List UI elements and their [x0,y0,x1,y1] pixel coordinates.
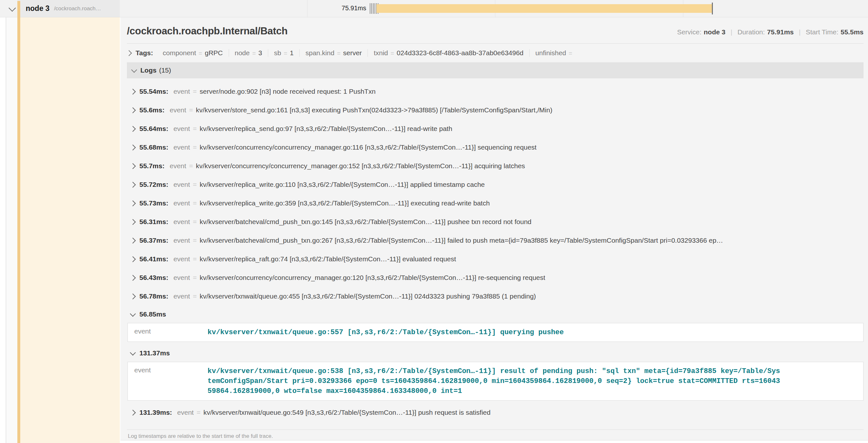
chevron-right-icon[interactable] [130,238,135,243]
chevron-down-icon[interactable] [130,349,135,355]
log-field-key: event [128,366,208,396]
chevron-right-icon[interactable] [130,256,135,262]
duration-label: Duration: [738,28,765,36]
chevron-right-icon[interactable] [130,182,135,188]
tag-item: txnid=024d3323-6c8f-4863-aa8b-37ab0e6349… [368,49,529,57]
log-field-value: kv/kvserver/txnwait/queue.go:557 [n3,s3,… [208,328,564,337]
chevron-right-icon[interactable] [130,107,135,113]
tag-value: 1 [290,49,293,57]
span-duration-bar[interactable] [376,4,712,13]
equals-sign: = [252,50,256,57]
log-entry-row[interactable]: 55.64ms:event=kv/kvserver/replica_send.g… [127,120,864,138]
tags-list: component=gRPCnode=3sb=1span.kind=server… [157,49,581,57]
tag-key: component [162,49,196,57]
log-entry-row[interactable]: 56.37ms:event=kv/kvserver/batcheval/cmd_… [127,231,864,250]
chevron-down-icon[interactable] [130,311,135,316]
log-entry-row[interactable]: 56.43ms:event=kv/kvserver/concurrency/co… [127,268,864,287]
log-entry-expanded-toggle[interactable]: 56.85ms [127,306,864,323]
tag-key: sb [274,49,281,57]
log-timestamp: 56.31ms: [140,218,168,226]
equals-sign: = [193,293,196,300]
log-field-value: kv/kvserver/txnwait/queue.go:538 [n3,s3,… [208,366,780,396]
log-entry-row[interactable]: 56.78ms:event=kv/kvserver/txnwait/queue.… [127,287,864,306]
log-message: kv/kvserver/replica_write.go:110 [n3,s3,… [200,181,485,189]
tag-key: node [235,49,250,57]
tag-item: component=gRPC [157,49,228,57]
log-field-key: event [174,218,190,226]
span-detail-panel: /cockroach.roachpb.Internal/Batch Servic… [121,15,868,440]
chevron-right-icon[interactable] [130,200,135,206]
log-field-key: event [169,106,186,114]
chevron-right-icon[interactable] [130,219,135,225]
service-label: Service: [677,28,702,36]
log-field-key: event [177,409,194,416]
tag-value: gRPC [205,49,223,57]
log-entry-row[interactable]: 55.6ms:event=kv/kvserver/store_send.go:1… [127,101,864,120]
equals-sign: = [193,181,196,189]
log-value-line: 59864.162819000,0 wto=false max=16043598… [208,386,780,396]
log-value-line: temConfigSpan/Start pri=0.03293366 epo=0… [208,376,780,386]
log-timestamp: 56.37ms: [140,237,168,244]
log-entry-row[interactable]: 56.41ms:event=kv/kvserver/replica_raft.g… [127,250,864,268]
chevron-right-icon[interactable] [130,144,135,150]
collapse-span-chevron-icon[interactable] [9,4,16,12]
selected-span-accent-bar [17,1,20,443]
log-entry-row[interactable]: 55.73ms:event=kv/kvserver/replica_write.… [127,194,864,212]
equals-sign: = [284,50,287,57]
span-row-bar: node 3 /cockroach.roach… 75.91ms [0,0,868,17]
log-field-key: event [174,255,190,263]
log-message: kv/kvserver/replica_raft.go:74 [n3,s3,r6… [200,255,456,263]
log-timestamp: 55.72ms: [140,181,168,189]
log-entry-row[interactable]: 55.72ms:event=kv/kvserver/replica_write.… [127,175,864,194]
log-timestamp: 56.41ms: [140,255,168,263]
meta-divider: | [731,28,732,36]
span-operation-name: /cockroach.roach… [54,5,101,12]
tag-item: unfinished= [529,49,581,57]
log-keyvalue-table: eventkv/kvserver/txnwait/queue.go:557 [n… [127,323,864,342]
equals-sign: = [391,50,394,57]
equals-sign: = [189,106,193,114]
chevron-right-icon[interactable] [130,126,135,132]
log-message: kv/kvserver/concurrency/concurrency_mana… [200,274,546,281]
equals-sign: = [189,162,193,170]
duration-value: 75.91ms [767,28,794,36]
log-value-line: kv/kvserver/txnwait/queue.go:538 [n3,s3,… [208,366,780,376]
log-entry-expanded-toggle[interactable]: 131.37ms [127,344,864,362]
equals-sign: = [193,143,196,151]
span-name-cell[interactable]: node 3 /cockroach.roach… [17,0,120,17]
log-timestamp: 55.54ms: [140,88,168,95]
service-value: node 3 [704,28,725,36]
logs-section-toggle[interactable]: Logs (15) [127,62,864,78]
chevron-right-icon[interactable] [130,294,135,299]
span-meta: Service: node 3 | Duration: 75.91ms | St… [677,28,864,36]
left-gutter [0,17,6,443]
chevron-right-icon[interactable] [130,410,135,415]
log-timestamp: 131.37ms [140,349,170,357]
log-message: kv/kvserver/batcheval/cmd_push_txn.go:26… [200,237,723,244]
log-entry-row[interactable]: 131.39ms:event=kv/kvserver/txnwait/queue… [127,403,864,422]
logs-count: (15) [159,66,171,74]
chevron-right-icon[interactable] [130,163,135,169]
log-message: kv/kvserver/concurrency/concurrency_mana… [200,143,537,151]
log-entry-row[interactable]: 55.7ms:event=kv/kvserver/concurrency/con… [127,157,864,175]
equals-sign: = [193,274,196,281]
trace-detail-view: node 3 /cockroach.roach… 75.91ms /cockro… [0,0,868,443]
chevron-right-icon[interactable] [126,50,132,56]
start-time-label: Start Time: [806,28,838,36]
log-timestamp: 55.73ms: [140,199,168,207]
log-entry-row[interactable]: 55.68ms:event=kv/kvserver/concurrency/co… [127,138,864,157]
log-list: 55.54ms:event=server/node.go:902 [n3] no… [127,82,864,422]
chevron-right-icon[interactable] [130,275,135,280]
tags-section-toggle[interactable]: Tags: component=gRPCnode=3sb=1span.kind=… [127,44,864,60]
log-timestamp: 56.85ms [140,310,166,318]
log-entry-row[interactable]: 55.54ms:event=server/node.go:902 [n3] no… [127,82,864,101]
log-field-key: event [128,328,208,337]
chevron-right-icon[interactable] [130,89,135,94]
log-field-key: event [174,274,190,281]
log-entry-row[interactable]: 56.31ms:event=kv/kvserver/batcheval/cmd_… [127,212,864,231]
chevron-down-icon[interactable] [131,67,137,73]
log-field-key: event [174,125,190,133]
log-field-key: event [174,293,190,300]
tag-item: sb=1 [268,49,300,57]
log-message: kv/kvserver/replica_write.go:359 [n3,s3,… [200,199,490,207]
